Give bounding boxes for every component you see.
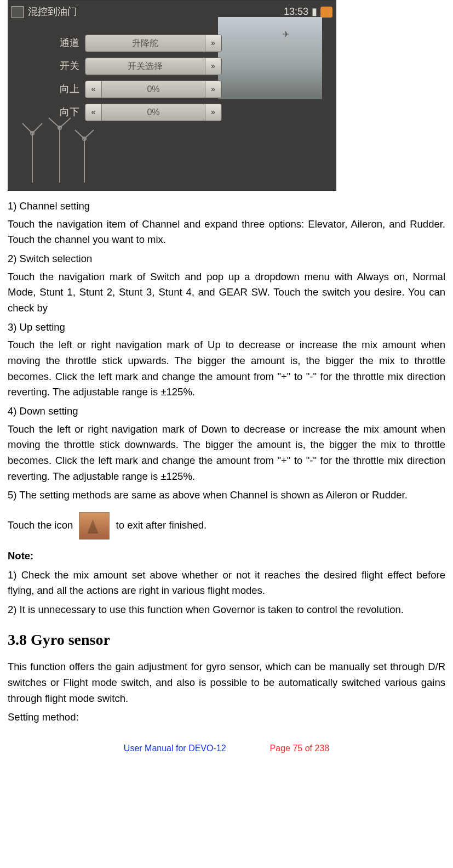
down-value: 0% (102, 106, 205, 120)
exit-suffix: to exit after finished. (116, 519, 207, 531)
switch-value: 开关选择 (85, 60, 205, 73)
svg-line-3 (32, 123, 42, 133)
exit-prefix: Touch the icon (8, 519, 76, 531)
section-4-title: 4) Down setting (8, 404, 445, 419)
switch-field[interactable]: 开关选择 » (85, 58, 222, 75)
row-label: 通道 (47, 36, 79, 51)
section-3-title: 3) Up setting (8, 320, 445, 336)
chevron-right-icon[interactable]: » (205, 58, 221, 75)
chevron-left-icon[interactable]: « (85, 104, 102, 121)
row-channel: 通道 升降舵 » (47, 33, 222, 53)
page-footer: User Manual for DEVO-12 Page 75 of 238 (8, 742, 445, 756)
device-screenshot: 混控到油门 13:53 ▮ ✈︎ 通道 升降舵 » (8, 0, 336, 191)
svg-line-13 (84, 130, 94, 139)
note-1: 1) Check the mix amount set above whethe… (8, 568, 445, 599)
row-label: 向下 (47, 105, 79, 120)
section-5-body: 5) The setting methods are same as above… (8, 487, 445, 503)
exit-icon[interactable] (320, 7, 332, 18)
svg-line-2 (22, 123, 32, 133)
down-field: « 0% » (85, 104, 222, 121)
section-1-title: 1) Channel setting (8, 198, 445, 214)
chevron-left-icon[interactable]: « (85, 81, 102, 98)
back-icon[interactable] (12, 6, 24, 18)
row-label: 向上 (47, 82, 79, 97)
up-field: « 0% » (85, 81, 222, 98)
chevron-right-icon[interactable]: » (205, 35, 221, 52)
heading-3-8: 3.8 Gyro sensor (8, 628, 445, 651)
note-2: 2) It is unnecessary to use this functio… (8, 602, 445, 618)
row-switch: 开关 开关选择 » (47, 56, 222, 76)
screen-title: 混控到油门 (28, 4, 77, 20)
background-sky: ✈︎ (218, 17, 322, 99)
section-2-title: 2) Switch selection (8, 251, 445, 267)
channel-field[interactable]: 升降舵 » (85, 35, 222, 52)
channel-value: 升降舵 (85, 37, 205, 50)
section-3-body: Touch the left or right navigation mark … (8, 337, 445, 400)
chevron-right-icon[interactable]: » (205, 81, 221, 98)
chevron-right-icon[interactable]: » (205, 104, 221, 121)
footer-manual-title: User Manual for DEVO-12 (124, 742, 226, 756)
section-2-body: Touch the navigation mark of Switch and … (8, 269, 445, 316)
row-label: 开关 (47, 59, 79, 74)
plane-icon: ✈︎ (282, 28, 289, 42)
gyro-body: This function offers the gain adjustment… (8, 659, 445, 706)
setting-method: Setting method: (8, 710, 445, 725)
section-1-body: Touch the navigation item of Channel and… (8, 217, 445, 248)
svg-line-12 (75, 130, 84, 139)
section-4-body: Touch the left or right navigation mark … (8, 422, 445, 485)
note-title: Note: (8, 548, 445, 564)
footer-page-number: Page 75 of 238 (270, 742, 330, 756)
exit-instruction: Touch the icon to exit after finished. (8, 512, 445, 540)
settings-panel: 通道 升降舵 » 开关 开关选择 » 向上 « 0% » 向下 « (47, 33, 222, 126)
up-value: 0% (102, 83, 205, 97)
row-down: 向下 « 0% » (47, 103, 222, 122)
row-up: 向上 « 0% » (47, 80, 222, 99)
exit-app-icon (79, 512, 110, 540)
